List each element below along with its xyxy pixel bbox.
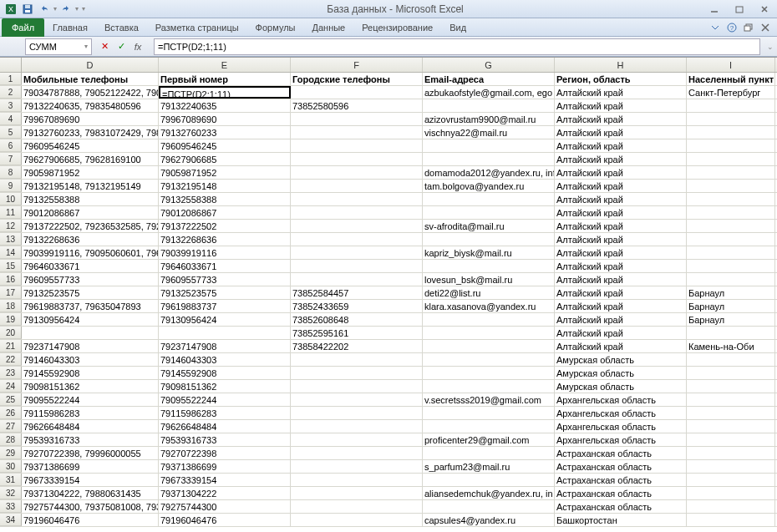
cell[interactable]: 79039919116, 79095060601, 7963 <box>22 246 159 259</box>
cell[interactable] <box>423 367 555 379</box>
cell[interactable]: domamoda2012@yandex.ru, inf <box>423 166 555 179</box>
cell[interactable]: 79115986283 <box>159 407 291 419</box>
cell[interactable]: 79371304222 <box>159 487 291 499</box>
cell[interactable]: Городские телефоны <box>291 73 423 85</box>
row-header[interactable]: 30 <box>0 460 22 473</box>
cell[interactable]: 79059871952 <box>22 166 159 179</box>
undo-icon[interactable] <box>37 3 52 16</box>
cell[interactable]: Санкт-Петербург <box>687 86 775 99</box>
cell[interactable]: 73852584457 <box>291 286 423 299</box>
cell[interactable] <box>291 393 423 406</box>
cell[interactable]: 79132195148, 79132195149 <box>22 180 159 192</box>
cell[interactable]: Амурская область <box>555 380 687 393</box>
tab-review[interactable]: Рецензирование <box>353 18 441 37</box>
cell[interactable]: 79012086867 <box>22 206 159 219</box>
cell[interactable]: Алтайский край <box>555 99 687 112</box>
cell[interactable]: 79095522244 <box>159 393 291 406</box>
cell[interactable] <box>423 313 555 326</box>
row-header[interactable]: 6 <box>0 139 22 152</box>
row-header[interactable]: 25 <box>0 393 22 406</box>
cell[interactable]: Камень-на-Оби <box>687 340 775 352</box>
cell[interactable]: 79145592908 <box>159 367 291 379</box>
row-header[interactable]: 33 <box>0 500 22 513</box>
cell[interactable]: Алтайский край <box>555 246 687 259</box>
cell[interactable] <box>687 433 775 446</box>
formula-bar-input[interactable]: =ПСТР(D2;1;11) <box>154 38 760 55</box>
cell[interactable]: 79132558388 <box>22 193 159 205</box>
cell[interactable]: Амурская область <box>555 367 687 379</box>
cell[interactable]: 79619883737, 79635047893 <box>22 300 159 312</box>
cell[interactable]: tam.bolgova@yandex.ru <box>423 180 555 192</box>
cell[interactable] <box>687 233 775 246</box>
cell[interactable]: Алтайский край <box>555 286 687 299</box>
col-header-D[interactable]: D <box>22 58 159 72</box>
cell[interactable]: Барнаул <box>687 300 775 312</box>
cell[interactable] <box>291 153 423 165</box>
cell[interactable]: Архангельская область <box>555 433 687 446</box>
minimize-button[interactable] <box>705 3 724 15</box>
cell[interactable] <box>291 113 423 125</box>
cell[interactable] <box>687 139 775 152</box>
help-icon[interactable]: ? <box>725 21 739 34</box>
cell[interactable]: Алтайский край <box>555 193 687 205</box>
cell[interactable] <box>687 327 775 339</box>
row-header[interactable]: 2 <box>0 86 22 99</box>
cell[interactable]: 73852433659 <box>291 300 423 312</box>
cell[interactable]: 79059871952 <box>159 166 291 179</box>
name-box[interactable]: СУММ ▾ <box>25 38 92 55</box>
cell[interactable]: aliansedemchuk@yandex.ru, in <box>423 487 555 499</box>
cell[interactable] <box>423 233 555 246</box>
undo-dropdown[interactable]: ▾ <box>53 5 57 13</box>
cell[interactable] <box>687 353 775 366</box>
cell[interactable]: 79132523575 <box>22 286 159 299</box>
minimize-ribbon-icon[interactable] <box>708 21 722 34</box>
cell[interactable]: 73852608648 <box>291 313 423 326</box>
cell[interactable]: Архангельская область <box>555 407 687 419</box>
cell[interactable]: Алтайский край <box>555 153 687 165</box>
row-header[interactable]: 9 <box>0 180 22 192</box>
cell[interactable]: Алтайский край <box>555 126 687 139</box>
cell[interactable]: 79132195148 <box>159 180 291 192</box>
cell[interactable] <box>291 166 423 179</box>
cell[interactable]: Астраханская область <box>555 500 687 513</box>
cell[interactable]: v.secretsss2019@gmail.com <box>423 393 555 406</box>
cell[interactable] <box>291 380 423 393</box>
cell[interactable] <box>291 487 423 499</box>
cell[interactable]: deti22@list.ru <box>423 286 555 299</box>
cell[interactable] <box>423 407 555 419</box>
cell[interactable]: 79132523575 <box>159 286 291 299</box>
row-header[interactable]: 14 <box>0 246 22 259</box>
cell[interactable]: 79646033671 <box>159 260 291 272</box>
cell[interactable] <box>687 260 775 272</box>
cell[interactable] <box>291 233 423 246</box>
cell[interactable]: 79673339154 <box>159 474 291 486</box>
cell[interactable]: Амурская область <box>555 353 687 366</box>
cell[interactable] <box>291 407 423 419</box>
cell[interactable] <box>291 193 423 205</box>
cell[interactable] <box>687 273 775 286</box>
cell[interactable]: 79627906685, 79628169100 <box>22 153 159 165</box>
cell[interactable]: 79371386699 <box>159 460 291 473</box>
cell[interactable] <box>22 327 159 339</box>
col-header-G[interactable]: G <box>423 58 555 72</box>
cell[interactable] <box>687 126 775 139</box>
cell[interactable]: 79137222502 <box>159 220 291 232</box>
row-header[interactable]: 7 <box>0 153 22 165</box>
cell[interactable] <box>291 420 423 433</box>
cell[interactable]: s_parfum23@mail.ru <box>423 460 555 473</box>
row-header[interactable]: 27 <box>0 420 22 433</box>
cell[interactable]: 79132240635, 79835480596 <box>22 99 159 112</box>
cell[interactable]: 79115986283 <box>22 407 159 419</box>
restore-window-icon[interactable] <box>742 21 755 34</box>
tab-formulas[interactable]: Формулы <box>247 18 304 37</box>
cell[interactable]: 79098151362 <box>159 380 291 393</box>
cell[interactable]: 79130956424 <box>22 313 159 326</box>
cell[interactable]: sv-afrodita@mail.ru <box>423 220 555 232</box>
cell[interactable]: 79539316733 <box>159 433 291 446</box>
tab-home[interactable]: Главная <box>44 18 96 37</box>
cell[interactable] <box>687 193 775 205</box>
cell[interactable]: Алтайский край <box>555 206 687 219</box>
close-button[interactable] <box>755 3 774 15</box>
cell[interactable] <box>687 246 775 259</box>
cell[interactable]: lovesun_bsk@mail.ru <box>423 273 555 286</box>
